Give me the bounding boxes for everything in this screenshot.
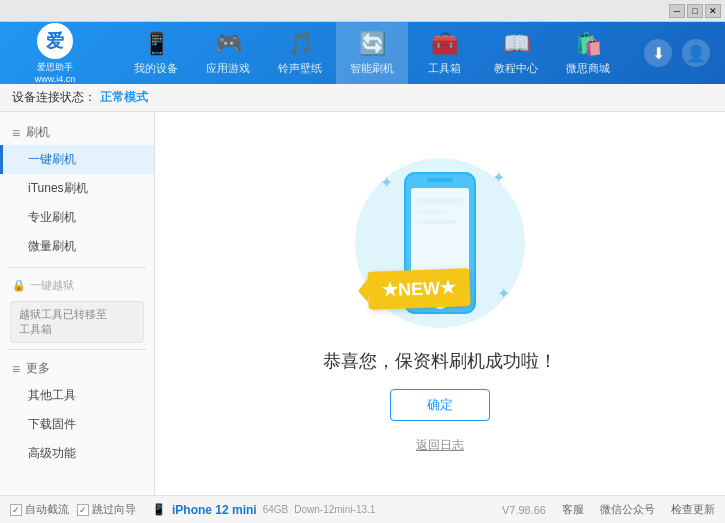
lock-icon: 🔒	[12, 279, 26, 292]
logo-icon: 爱	[46, 29, 64, 53]
sidebar-jailbreak-note: 越狱工具已转移至工具箱	[10, 301, 144, 343]
service-link[interactable]: 客服	[562, 502, 584, 517]
weibo-mall-icon: 🛍️	[575, 31, 602, 57]
sidebar-section-jailbreak: 🔒 一键越狱	[0, 274, 154, 297]
success-area: ★NEW★ ✦ ✦ ✦ 恭喜您，保资料刷机成功啦！ 确定 返回日志	[323, 153, 557, 454]
success-title: 恭喜您，保资料刷机成功啦！	[323, 349, 557, 373]
sparkle-3: ✦	[497, 284, 510, 303]
sidebar-divider-1	[8, 267, 146, 268]
sidebar: ≡ 刷机 一键刷机 iTunes刷机 专业刷机 微量刷机 🔒 一键越狱 越狱工具…	[0, 112, 155, 495]
ringtones-label: 铃声壁纸	[278, 61, 322, 76]
download-button[interactable]: ⬇	[644, 39, 672, 67]
my-device-label: 我的设备	[134, 61, 178, 76]
skip-guide-checkbox[interactable]: ✓	[77, 504, 89, 516]
sidebar-item-download-firmware[interactable]: 下载固件	[0, 410, 154, 439]
svg-rect-5	[417, 210, 447, 214]
sidebar-item-itunes-flash[interactable]: iTunes刷机	[0, 174, 154, 203]
version-label: V7.98.66	[502, 504, 546, 516]
skip-guide-label[interactable]: ✓ 跳过向导	[77, 502, 136, 517]
nav-ringtones[interactable]: 🎵 铃声壁纸	[264, 22, 336, 84]
status-value: 正常模式	[100, 89, 148, 106]
device-info: 📱 iPhone 12 mini 64GB Down-12mini-13.1	[152, 503, 375, 517]
weibo-mall-label: 微思商城	[566, 61, 610, 76]
nav-tutorials[interactable]: 📖 教程中心	[480, 22, 552, 84]
nav-bar: 📱 我的设备 🎮 应用游戏 🎵 铃声壁纸 🔄 智能刷机 🧰 工具箱 📖 教程中心…	[100, 22, 644, 84]
flash-section-icon: ≡	[12, 125, 20, 141]
back-link[interactable]: 返回日志	[416, 437, 464, 454]
bottom-right: V7.98.66 客服 微信公众号 检查更新	[502, 502, 715, 517]
auto-dismiss-checkbox[interactable]: ✓	[10, 504, 22, 516]
device-firmware: Down-12mini-13.1	[294, 504, 375, 515]
sidebar-section-more: ≡ 更多	[0, 356, 154, 381]
sidebar-item-save-flash[interactable]: 微量刷机	[0, 232, 154, 261]
auto-dismiss-label[interactable]: ✓ 自动截流	[10, 502, 69, 517]
auto-dismiss-text: 自动截流	[25, 502, 69, 517]
bottom-bar: ✓ 自动截流 ✓ 跳过向导 📱 iPhone 12 mini 64GB Down…	[0, 495, 725, 523]
title-bar: ─ □ ✕	[0, 0, 725, 22]
toolbox-label: 工具箱	[428, 61, 461, 76]
wechat-link[interactable]: 微信公众号	[600, 502, 655, 517]
window-controls[interactable]: ─ □ ✕	[669, 4, 721, 18]
status-label: 设备连接状态：	[12, 89, 96, 106]
ringtones-icon: 🎵	[287, 31, 314, 57]
tutorials-icon: 📖	[503, 31, 530, 57]
sidebar-item-pro-flash[interactable]: 专业刷机	[0, 203, 154, 232]
sidebar-item-one-click-flash[interactable]: 一键刷机	[0, 145, 154, 174]
maximize-button[interactable]: □	[687, 4, 703, 18]
svg-rect-6	[417, 220, 457, 224]
minimize-button[interactable]: ─	[669, 4, 685, 18]
user-button[interactable]: 👤	[682, 39, 710, 67]
tutorials-label: 教程中心	[494, 61, 538, 76]
bottom-left: ✓ 自动截流 ✓ 跳过向导 📱 iPhone 12 mini 64GB Down…	[10, 502, 502, 517]
sparkle-1: ✦	[380, 173, 393, 192]
apps-games-label: 应用游戏	[206, 61, 250, 76]
jailbreak-label: 一键越狱	[30, 278, 74, 293]
content-area: ★NEW★ ✦ ✦ ✦ 恭喜您，保资料刷机成功啦！ 确定 返回日志	[155, 112, 725, 495]
nav-weibo-mall[interactable]: 🛍️ 微思商城	[552, 22, 624, 84]
nav-smart-flash[interactable]: 🔄 智能刷机	[336, 22, 408, 84]
sidebar-divider-2	[8, 349, 146, 350]
sparkle-2: ✦	[492, 168, 505, 187]
sidebar-item-advanced[interactable]: 高级功能	[0, 439, 154, 468]
header: 爱 爱思助手 www.i4.cn 📱 我的设备 🎮 应用游戏 🎵 铃声壁纸 🔄 …	[0, 22, 725, 84]
logo-text: 爱思助手	[37, 61, 73, 74]
device-icon: 📱	[152, 503, 166, 516]
logo-area: 爱 爱思助手 www.i4.cn	[10, 23, 100, 84]
toolbox-icon: 🧰	[431, 31, 458, 57]
sidebar-section-flash: ≡ 刷机	[0, 120, 154, 145]
sidebar-item-other-tools[interactable]: 其他工具	[0, 381, 154, 410]
smart-flash-icon: 🔄	[359, 31, 386, 57]
svg-rect-3	[427, 178, 453, 182]
main-layout: ≡ 刷机 一键刷机 iTunes刷机 专业刷机 微量刷机 🔒 一键越狱 越狱工具…	[0, 112, 725, 495]
my-device-icon: 📱	[143, 31, 170, 57]
skip-guide-text: 跳过向导	[92, 502, 136, 517]
device-capacity: 64GB	[263, 504, 289, 515]
new-badge: ★NEW★	[367, 268, 470, 310]
header-right: ⬇ 👤	[644, 39, 715, 67]
check-update-link[interactable]: 检查更新	[671, 502, 715, 517]
logo-url: www.i4.cn	[35, 74, 76, 84]
svg-rect-4	[417, 198, 463, 204]
phone-illustration: ★NEW★ ✦ ✦ ✦	[350, 153, 530, 333]
logo-circle: 爱	[37, 23, 73, 59]
flash-section-label: 刷机	[26, 124, 50, 141]
smart-flash-label: 智能刷机	[350, 61, 394, 76]
more-section-icon: ≡	[12, 361, 20, 377]
nav-my-device[interactable]: 📱 我的设备	[120, 22, 192, 84]
confirm-button[interactable]: 确定	[390, 389, 490, 421]
more-section-label: 更多	[26, 360, 50, 377]
device-name: iPhone 12 mini	[172, 503, 257, 517]
close-button[interactable]: ✕	[705, 4, 721, 18]
nav-apps-games[interactable]: 🎮 应用游戏	[192, 22, 264, 84]
apps-games-icon: 🎮	[215, 31, 242, 57]
status-bar: 设备连接状态： 正常模式	[0, 84, 725, 112]
nav-toolbox[interactable]: 🧰 工具箱	[408, 22, 480, 84]
